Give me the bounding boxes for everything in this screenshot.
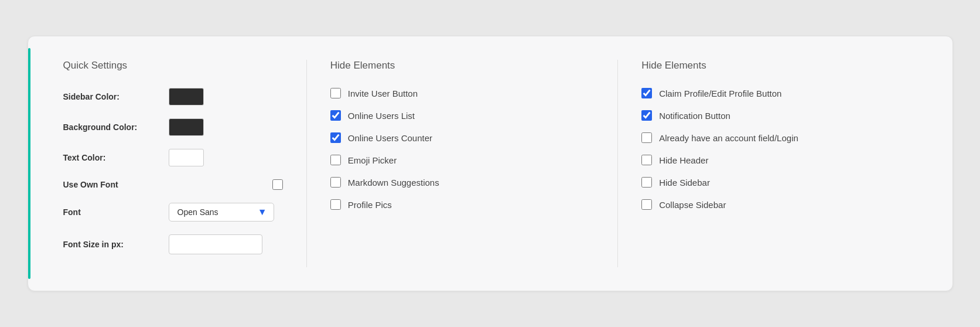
online-users-list-label: Online Users List xyxy=(348,111,415,121)
font-select[interactable]: Open Sans Arial Roboto Lato Montserrat xyxy=(169,203,274,222)
collapse-sidebar-checkbox[interactable] xyxy=(641,199,652,210)
collapse-sidebar-label: Collapse Sidebar xyxy=(659,200,726,210)
sidebar-color-label: Sidebar Color: xyxy=(63,92,169,101)
markdown-suggestions-label: Markdown Suggestions xyxy=(348,178,439,188)
notification-button-item: Notification Button xyxy=(641,110,905,121)
use-own-font-row: Use Own Font xyxy=(63,179,283,190)
online-users-counter-label: Online Users Counter xyxy=(348,133,432,143)
online-users-counter-item: Online Users Counter xyxy=(330,132,594,143)
hide-elements-2-title: Hide Elements xyxy=(641,60,905,71)
text-color-label: Text Color: xyxy=(63,153,169,162)
font-label: Font xyxy=(63,207,169,217)
notification-button-label: Notification Button xyxy=(659,111,730,121)
background-color-label: Background Color: xyxy=(63,122,169,132)
online-users-list-checkbox[interactable] xyxy=(330,110,341,121)
hide-sidebar-checkbox[interactable] xyxy=(641,177,652,188)
online-users-counter-checkbox[interactable] xyxy=(330,132,341,143)
divider-2 xyxy=(617,60,618,267)
use-own-font-checkbox[interactable] xyxy=(272,179,283,190)
emoji-picker-label: Emoji Picker xyxy=(348,155,397,165)
quick-settings-section: Quick Settings Sidebar Color: Background… xyxy=(57,60,301,267)
use-own-font-label: Use Own Font xyxy=(63,180,169,189)
invite-user-button-checkbox[interactable] xyxy=(330,88,341,98)
markdown-suggestions-checkbox[interactable] xyxy=(330,177,341,188)
hide-sidebar-label: Hide Sidebar xyxy=(659,178,710,188)
font-size-row: Font Size in px: xyxy=(63,234,283,254)
divider-1 xyxy=(306,60,307,267)
text-color-swatch[interactable] xyxy=(169,149,204,166)
background-color-row: Background Color: xyxy=(63,118,283,136)
settings-panel: Quick Settings Sidebar Color: Background… xyxy=(28,36,953,291)
already-have-account-item: Already have an account field/Login xyxy=(641,132,905,143)
text-color-row: Text Color: xyxy=(63,149,283,166)
already-have-account-checkbox[interactable] xyxy=(641,132,652,143)
hide-sidebar-item: Hide Sidebar xyxy=(641,177,905,188)
notification-button-checkbox[interactable] xyxy=(641,110,652,121)
profile-pics-label: Profile Pics xyxy=(348,200,392,210)
invite-user-button-item: Invite User Button xyxy=(330,88,594,98)
background-color-swatch[interactable] xyxy=(169,118,204,136)
online-users-list-item: Online Users List xyxy=(330,110,594,121)
collapse-sidebar-item: Collapse Sidebar xyxy=(641,199,905,210)
sidebar-color-swatch[interactable] xyxy=(169,88,204,105)
font-select-wrapper: Open Sans Arial Roboto Lato Montserrat ▼ xyxy=(169,203,274,222)
hide-header-checkbox[interactable] xyxy=(641,155,652,165)
font-size-label: Font Size in px: xyxy=(63,240,169,249)
emoji-picker-checkbox[interactable] xyxy=(330,155,341,165)
font-size-input[interactable] xyxy=(169,234,262,254)
sidebar-color-row: Sidebar Color: xyxy=(63,88,283,105)
hide-header-label: Hide Header xyxy=(659,155,708,165)
invite-user-button-label: Invite User Button xyxy=(348,88,418,98)
hide-elements-1-title: Hide Elements xyxy=(330,60,594,71)
claim-profile-item: Claim Profile/Edit Profile Button xyxy=(641,88,905,98)
claim-profile-label: Claim Profile/Edit Profile Button xyxy=(659,88,781,98)
quick-settings-title: Quick Settings xyxy=(63,60,283,71)
markdown-suggestions-item: Markdown Suggestions xyxy=(330,177,594,188)
font-row: Font Open Sans Arial Roboto Lato Montser… xyxy=(63,203,283,222)
hide-header-item: Hide Header xyxy=(641,155,905,165)
hide-elements-section-2: Hide Elements Claim Profile/Edit Profile… xyxy=(624,60,923,267)
claim-profile-checkbox[interactable] xyxy=(641,88,652,98)
profile-pics-checkbox[interactable] xyxy=(330,199,341,210)
hide-elements-section-1: Hide Elements Invite User Button Online … xyxy=(313,60,612,267)
emoji-picker-item: Emoji Picker xyxy=(330,155,594,165)
already-have-account-label: Already have an account field/Login xyxy=(659,133,798,143)
profile-pics-item: Profile Pics xyxy=(330,199,594,210)
